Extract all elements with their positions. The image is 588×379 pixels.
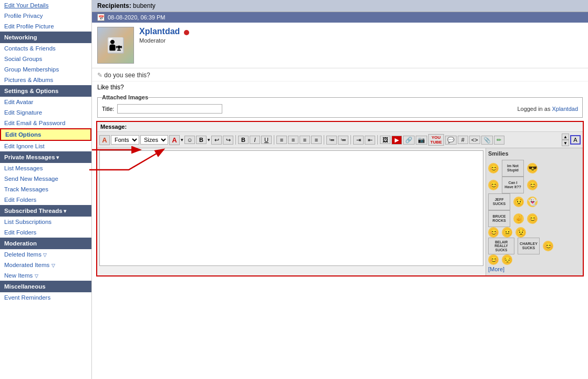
smiley-custom-can-i-have-it[interactable]: Can IHave It?? bbox=[502, 177, 524, 193]
sidebar-item-track-messages[interactable]: Track Messages bbox=[0, 184, 91, 194]
editor-body: Smilies 😊 Im NotStupid 😎 😊 Can IHave It?… bbox=[97, 148, 583, 275]
align-center-button[interactable]: ≡ bbox=[288, 136, 298, 144]
sidebar-header-private-messages[interactable]: Private Messages bbox=[0, 151, 91, 163]
title-input[interactable] bbox=[117, 104, 222, 114]
smiley-2-2[interactable]: 👻 bbox=[527, 197, 538, 207]
ordered-list-button[interactable]: ≔ bbox=[326, 136, 337, 145]
scroll-down-button[interactable]: ▼ bbox=[562, 140, 569, 146]
smiley-5-2[interactable]: 😊 bbox=[543, 241, 553, 251]
smiley-button[interactable]: ☺ bbox=[184, 136, 195, 144]
sidebar-item-edit-email-password[interactable]: Edit Email & Password bbox=[0, 118, 91, 128]
code-button[interactable]: <> bbox=[469, 136, 480, 144]
underline-button[interactable]: U bbox=[261, 136, 272, 144]
sidebar-item-edit-folders-sub[interactable]: Edit Folders bbox=[0, 227, 91, 238]
align-justify-button[interactable]: ≡ bbox=[311, 136, 322, 144]
smilies-row-3: BRUCEROCKS ✌️ 😊 bbox=[488, 210, 581, 227]
sidebar-item-profile-privacy[interactable]: Profile Privacy bbox=[0, 11, 91, 21]
smiley-0-2[interactable]: 😎 bbox=[527, 163, 538, 173]
youtube-button[interactable]: YOUTUBE bbox=[428, 134, 444, 146]
smiley-custom-charley-sucks[interactable]: CHARLEYSUCKS bbox=[518, 238, 540, 254]
sidebar-item-list-messages[interactable]: List Messages bbox=[0, 163, 91, 173]
user-role: Moderator bbox=[139, 37, 583, 44]
smilies-panel: Smilies 😊 Im NotStupid 😎 😊 Can IHave It?… bbox=[486, 148, 583, 275]
bold-button[interactable]: B bbox=[196, 136, 207, 144]
sidebar-header-moderation: Moderation bbox=[0, 238, 91, 249]
smilies-row-0: 😊 Im NotStupid 😎 bbox=[488, 160, 581, 177]
sidebar-header-subscribed-threads[interactable]: Subscribed Threads bbox=[0, 205, 91, 217]
username-link[interactable]: Xplantdad bbox=[139, 27, 180, 36]
unordered-list-button[interactable]: ≔ bbox=[338, 136, 348, 145]
smiley-custom-bruce-rocks[interactable]: BRUCEROCKS bbox=[488, 210, 510, 227]
smiley-4-1[interactable]: 😐 bbox=[502, 227, 512, 238]
smiley-1-2[interactable]: 😊 bbox=[527, 180, 538, 190]
recipients-bar: Recipients: bubenty bbox=[92, 0, 588, 12]
separator-4 bbox=[350, 135, 351, 145]
smilies-more-link[interactable]: [More] bbox=[488, 265, 581, 273]
hashtag-button[interactable]: # bbox=[458, 136, 468, 144]
bold-b-button[interactable]: B bbox=[238, 136, 249, 144]
smiley-custom-belair-really-sucks[interactable]: BELAIRREALLY SUCKS bbox=[488, 238, 514, 254]
smiley-3-2[interactable]: 😊 bbox=[527, 213, 538, 224]
indent-button[interactable]: ⇥ bbox=[353, 136, 364, 145]
smiley-2-1[interactable]: 😟 bbox=[513, 197, 524, 207]
sidebar-item-edit-folders[interactable]: Edit Folders bbox=[0, 194, 91, 205]
smiley-3-1[interactable]: ✌️ bbox=[513, 213, 524, 224]
eraser-button[interactable]: ✏ bbox=[494, 136, 504, 145]
avatar-image: 👨‍👧 bbox=[98, 27, 133, 64]
undo-button[interactable]: ↩ bbox=[211, 136, 222, 145]
sidebar-item-pictures-albums[interactable]: Pictures & Albums bbox=[0, 75, 91, 85]
sidebar-item-edit-signature[interactable]: Edit Signature bbox=[0, 107, 91, 118]
outdent-button[interactable]: ⇤ bbox=[365, 136, 375, 145]
sizes-select[interactable]: Sizes bbox=[140, 135, 168, 145]
sidebar-item-edit-your-details[interactable]: Edit Your Details bbox=[0, 0, 91, 11]
main-content: Recipients: bubenty 📅 08-08-2020, 06:39 … bbox=[92, 0, 588, 379]
fonts-select[interactable]: Fonts bbox=[111, 135, 139, 145]
user-info-section: 👨‍👧 Xplantdad Moderator bbox=[92, 23, 588, 68]
color-button[interactable]: A bbox=[169, 135, 180, 145]
italic-button[interactable]: I bbox=[250, 136, 260, 144]
media-button[interactable]: ▶ bbox=[391, 136, 402, 145]
sidebar-item-social-groups[interactable]: Social Groups bbox=[0, 54, 91, 64]
link-button[interactable]: 🔗 bbox=[403, 136, 415, 145]
sidebar: Edit Your Details Profile Privacy Edit P… bbox=[0, 0, 92, 379]
smiley-4-0[interactable]: 😊 bbox=[488, 227, 499, 238]
sidebar-item-new-items[interactable]: New Items ▽ bbox=[0, 270, 91, 281]
title-label: Title: bbox=[102, 106, 114, 112]
sidebar-item-contacts-friends[interactable]: Contacts & Friends bbox=[0, 43, 91, 54]
smiley-custom-im-not-stupid[interactable]: Im NotStupid bbox=[502, 160, 524, 177]
recipients-value: bubenty bbox=[133, 2, 156, 9]
sidebar-item-send-new-message[interactable]: Send New Message bbox=[0, 173, 91, 184]
scroll-up-button[interactable]: ▲ bbox=[562, 134, 569, 140]
attachment-button[interactable]: 📎 bbox=[481, 136, 493, 145]
align-right-button[interactable]: ≡ bbox=[300, 136, 310, 144]
logged-in-as-link[interactable]: Xplantdad bbox=[552, 106, 578, 112]
sidebar-item-deleted-items[interactable]: Deleted Items ▽ bbox=[0, 249, 91, 260]
quote-button[interactable]: 💬 bbox=[445, 136, 457, 145]
smiley-custom-jeff-sucks[interactable]: JEFFSUCKS bbox=[488, 193, 510, 210]
redo-button[interactable]: ↪ bbox=[223, 136, 233, 145]
align-left-button[interactable]: ≡ bbox=[276, 136, 287, 144]
attached-images-fieldset: Attached Images Title: Logged in as Xpla… bbox=[97, 94, 583, 118]
smiley-4-2[interactable]: 😟 bbox=[515, 227, 526, 238]
insert-image-button[interactable]: 📷 bbox=[416, 136, 427, 145]
sidebar-item-list-subscriptions[interactable]: List Subscriptions bbox=[0, 217, 91, 227]
fullscreen-button[interactable]: A bbox=[570, 135, 581, 145]
text-area-wrapper bbox=[97, 148, 486, 275]
smiley-0-0[interactable]: 😊 bbox=[488, 163, 499, 173]
sidebar-item-moderated-items[interactable]: Moderated Items ▽ bbox=[0, 260, 91, 270]
sidebar-item-edit-ignore-list[interactable]: Edit Ignore List bbox=[0, 141, 91, 151]
image-button[interactable]: 🖼 bbox=[380, 136, 390, 144]
sidebar-header-settings: Settings & Options bbox=[0, 85, 91, 97]
message-textarea[interactable] bbox=[99, 150, 483, 266]
separator-2 bbox=[274, 135, 274, 145]
font-style-button[interactable]: A bbox=[99, 135, 110, 145]
smiley-6-0[interactable]: 😊 bbox=[488, 254, 499, 265]
sidebar-item-edit-profile-picture[interactable]: Edit Profile Picture bbox=[0, 21, 91, 32]
sidebar-item-edit-options[interactable]: Edit Options bbox=[0, 128, 91, 141]
sidebar-item-event-reminders[interactable]: Event Reminders bbox=[0, 292, 91, 303]
smiley-1-0[interactable]: 😊 bbox=[488, 180, 499, 190]
smilies-row-4: 😊 😐 😟 bbox=[488, 227, 581, 238]
sidebar-item-group-memberships[interactable]: Group Memberships bbox=[0, 64, 91, 75]
smiley-6-1[interactable]: 😔 bbox=[502, 254, 512, 265]
sidebar-item-edit-avatar[interactable]: Edit Avatar bbox=[0, 97, 91, 107]
